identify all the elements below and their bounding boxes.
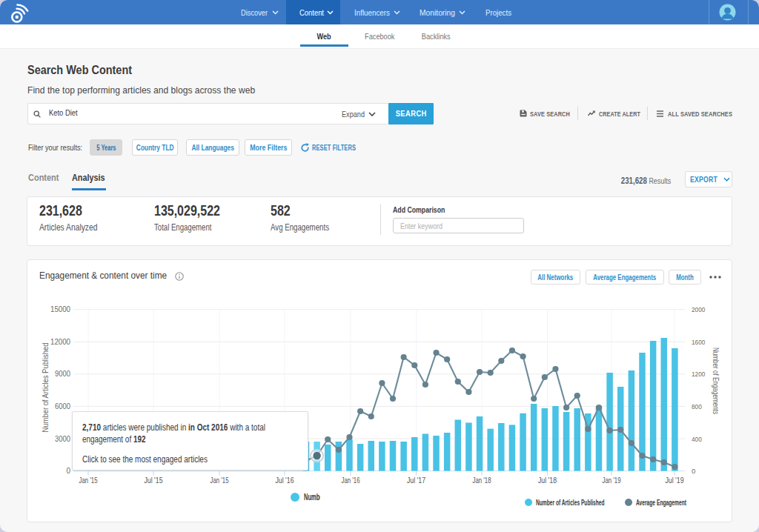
svg-text:1600: 1600 bbox=[692, 338, 705, 346]
svg-text:800: 800 bbox=[692, 402, 702, 410]
svg-text:12000: 12000 bbox=[50, 338, 70, 346]
svg-text:Jan '19: Jan '19 bbox=[603, 476, 621, 485]
svg-text:Jan '15: Jan '15 bbox=[79, 476, 98, 485]
svg-text:0: 0 bbox=[692, 467, 695, 475]
svg-text:400: 400 bbox=[692, 435, 702, 443]
svg-text:0: 0 bbox=[66, 467, 70, 475]
svg-text:Jul '16: Jul '16 bbox=[276, 476, 294, 485]
svg-text:6000: 6000 bbox=[55, 402, 70, 410]
svg-text:Jan '16: Jan '16 bbox=[342, 476, 360, 485]
svg-text:9000: 9000 bbox=[55, 370, 70, 378]
svg-text:3000: 3000 bbox=[55, 435, 70, 443]
svg-text:2000: 2000 bbox=[692, 305, 705, 313]
svg-text:Jul '18: Jul '18 bbox=[538, 476, 557, 485]
svg-text:Jul '19: Jul '19 bbox=[666, 476, 684, 485]
svg-text:15000: 15000 bbox=[50, 305, 70, 313]
svg-text:Jan '15: Jan '15 bbox=[211, 476, 229, 485]
svg-text:1200: 1200 bbox=[692, 370, 705, 378]
svg-text:Jan '18: Jan '18 bbox=[473, 476, 491, 485]
svg-text:Jul '17: Jul '17 bbox=[407, 476, 425, 485]
svg-text:Number of Articles Published: Number of Articles Published bbox=[41, 342, 50, 432]
svg-text:Jul '15: Jul '15 bbox=[145, 476, 163, 485]
svg-text:Number of Engagements: Number of Engagements bbox=[712, 348, 720, 414]
